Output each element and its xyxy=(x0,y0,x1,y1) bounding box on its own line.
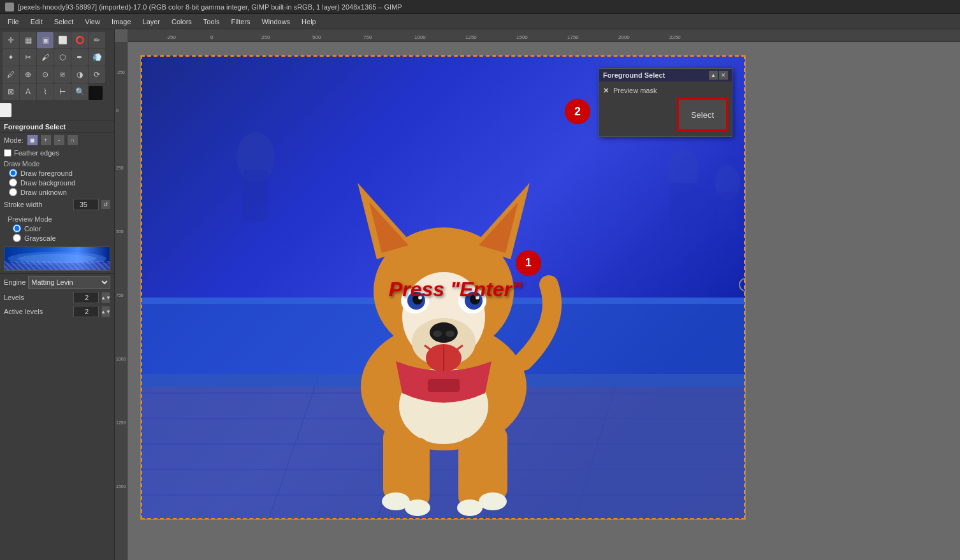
preview-mode-section: Preview Mode Color Grayscale xyxy=(0,212,114,244)
tool-move[interactable]: ✛ xyxy=(3,32,19,48)
preview-mask-row: ✕ Preview mask xyxy=(603,85,728,96)
menu-windows[interactable]: Windows xyxy=(256,17,295,27)
tool-background-color[interactable] xyxy=(0,103,11,117)
svg-text:-250: -250 xyxy=(116,70,125,75)
app-icon xyxy=(5,3,14,11)
menu-help[interactable]: Help xyxy=(296,17,321,27)
tool-ellipse-select[interactable]: ⭕ xyxy=(71,32,88,48)
engine-label: Engine xyxy=(4,278,25,286)
image-container[interactable]: Press "Enter" 1 Foreground Select ▲ ✕ xyxy=(127,42,960,560)
tool-icons-grid: ✛ ▦ ▣ ⬜ ⭕ ✏ ✦ ✂ 🖌 ⬡ ✒ 💨 🖊 ⊕ ⊙ ≋ ◑ ⟳ ⊠ A … xyxy=(0,29,114,120)
stroke-width-input[interactable]: 35 xyxy=(73,199,99,210)
preview-color-row[interactable]: Color xyxy=(4,224,110,233)
fg-dialog-content: ✕ Preview mask 2 Select xyxy=(599,82,732,136)
draw-background-row[interactable]: Draw background xyxy=(0,178,114,187)
preview-mask-close[interactable]: ✕ xyxy=(603,87,611,94)
tool-paint[interactable]: 🖌 xyxy=(37,49,54,66)
preview-grayscale-row[interactable]: Grayscale xyxy=(4,233,110,243)
tool-airbrush[interactable]: 💨 xyxy=(89,49,105,66)
fg-dialog-titlebar: Foreground Select ▲ ✕ xyxy=(599,69,732,82)
draw-unknown-radio[interactable] xyxy=(9,188,17,196)
levels-label: Levels xyxy=(4,294,71,301)
tool-dodge[interactable]: ◑ xyxy=(71,66,88,83)
tool-foreground-color[interactable] xyxy=(89,86,103,100)
tool-transform[interactable]: ⟳ xyxy=(89,66,105,83)
preview-grayscale-label: Grayscale xyxy=(24,234,56,242)
preview-color-radio[interactable] xyxy=(13,224,21,233)
feather-edges-checkbox[interactable] xyxy=(4,149,11,157)
menu-layer[interactable]: Layer xyxy=(138,17,166,27)
menu-tools[interactable]: Tools xyxy=(198,17,225,27)
mode-row: Mode: ◼ + - ∩ xyxy=(0,133,114,148)
svg-text:500: 500 xyxy=(116,229,124,234)
tool-text[interactable]: A xyxy=(20,83,36,100)
menu-select[interactable]: Select xyxy=(49,17,79,27)
draw-background-radio[interactable] xyxy=(9,178,17,187)
preview-mode-label: Preview Mode xyxy=(4,213,110,224)
tool-foreground-select[interactable]: ▣ xyxy=(37,32,54,48)
svg-rect-13 xyxy=(243,170,268,221)
tool-zoom[interactable]: 🔍 xyxy=(71,83,88,100)
tool-heal[interactable]: ⊕ xyxy=(20,66,36,83)
active-levels-row: Active levels ▲▼ xyxy=(0,305,114,319)
engine-select[interactable]: Matting Levin Matting Global xyxy=(28,276,110,289)
tool-crop[interactable]: ⊠ xyxy=(3,83,19,100)
tool-path[interactable]: ⌇ xyxy=(37,83,54,100)
mode-subtract[interactable]: - xyxy=(54,134,65,146)
draw-mode-label: Draw Mode xyxy=(0,158,114,168)
menu-image[interactable]: Image xyxy=(106,17,136,27)
mode-replace[interactable]: ◼ xyxy=(27,134,38,146)
fg-dialog-up-btn[interactable]: ▲ xyxy=(709,71,718,80)
draw-foreground-radio[interactable] xyxy=(9,169,17,177)
tool-rect-select[interactable]: ⬜ xyxy=(54,32,71,48)
canvas-area: -250 0 250 500 750 1000 1250 1500 1750 2… xyxy=(115,29,960,560)
levels-input[interactable] xyxy=(73,292,99,303)
active-levels-label: Active levels xyxy=(4,308,71,315)
svg-point-2 xyxy=(18,254,97,263)
titlebar: [pexels-hnoody93-58997] (imported)-17.0 … xyxy=(0,0,960,14)
tool-scissors[interactable]: ✂ xyxy=(20,49,36,66)
mode-add[interactable]: + xyxy=(40,134,52,146)
fg-dialog-title: Foreground Select xyxy=(603,71,665,79)
svg-text:0: 0 xyxy=(116,108,119,113)
tool-align[interactable]: ▦ xyxy=(20,32,36,48)
svg-point-46 xyxy=(433,331,442,337)
levels-spinner[interactable]: ▲▼ xyxy=(101,292,110,303)
menu-colors[interactable]: Colors xyxy=(166,17,197,27)
select-button-container: 2 Select xyxy=(603,96,728,133)
main-image: Press "Enter" 1 Foreground Select ▲ ✕ xyxy=(140,55,746,520)
fg-select-dialog: Foreground Select ▲ ✕ ✕ Preview mask xyxy=(599,68,732,137)
draw-unknown-row[interactable]: Draw unknown xyxy=(0,187,114,197)
draw-foreground-row[interactable]: Draw foreground xyxy=(0,168,114,178)
tool-options-title: Foreground Select xyxy=(0,120,114,133)
mode-intersect[interactable]: ∩ xyxy=(67,134,78,146)
menu-filters[interactable]: Filters xyxy=(226,17,256,27)
stroke-width-label: Stroke width xyxy=(4,201,71,208)
svg-text:750: 750 xyxy=(116,293,124,298)
svg-point-47 xyxy=(446,331,455,337)
svg-text:1000: 1000 xyxy=(116,357,126,361)
tool-clone[interactable]: ⊙ xyxy=(37,66,54,83)
canvas-wrapper: Press "Enter" 1 Foreground Select ▲ ✕ xyxy=(140,55,947,520)
tool-pencil[interactable]: ✒ xyxy=(71,49,88,66)
svg-point-40 xyxy=(405,499,430,516)
active-levels-input[interactable] xyxy=(73,306,99,317)
svg-text:1500: 1500 xyxy=(116,484,126,489)
active-levels-spinner[interactable]: ▲▼ xyxy=(101,306,110,317)
menu-edit[interactable]: Edit xyxy=(25,17,48,27)
main-layout: ✛ ▦ ▣ ⬜ ⭕ ✏ ✦ ✂ 🖌 ⬡ ✒ 💨 🖊 ⊕ ⊙ ≋ ◑ ⟳ ⊠ A … xyxy=(0,29,960,560)
menu-view[interactable]: View xyxy=(80,17,105,27)
tool-eraser[interactable]: ⬡ xyxy=(54,49,71,66)
toolbox: ✛ ▦ ▣ ⬜ ⭕ ✏ ✦ ✂ 🖌 ⬡ ✒ 💨 🖊 ⊕ ⊙ ≋ ◑ ⟳ ⊠ A … xyxy=(0,29,115,560)
preview-grayscale-radio[interactable] xyxy=(13,234,21,242)
fg-dialog-close-btn[interactable]: ✕ xyxy=(719,71,728,80)
tool-free-select[interactable]: ✏ xyxy=(89,32,105,48)
tool-fuzzy-select[interactable]: ✦ xyxy=(3,49,19,66)
tool-smudge[interactable]: ≋ xyxy=(54,66,71,83)
menu-file[interactable]: File xyxy=(3,17,24,27)
stroke-width-reset[interactable]: ↺ xyxy=(101,200,110,209)
tool-ink[interactable]: 🖊 xyxy=(3,66,19,83)
select-button[interactable]: Select xyxy=(677,98,728,131)
svg-rect-15 xyxy=(670,183,695,227)
tool-measure[interactable]: ⊢ xyxy=(54,83,71,100)
